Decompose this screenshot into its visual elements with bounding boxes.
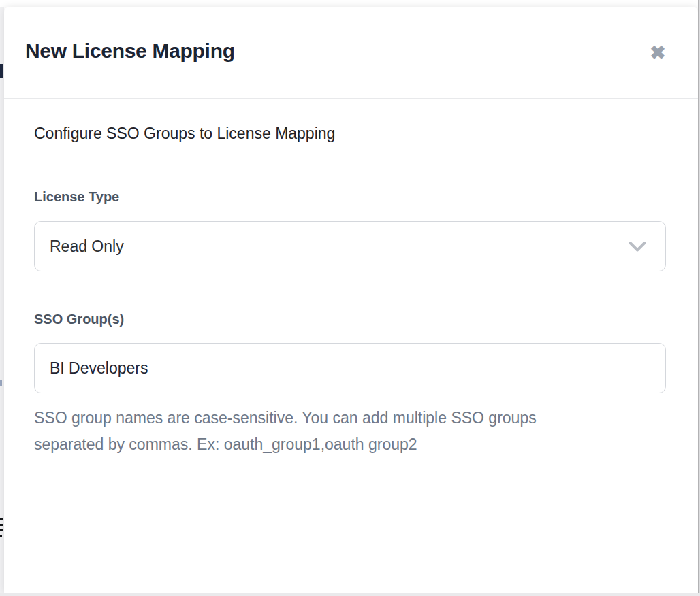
- modal-title: New License Mapping: [25, 39, 235, 63]
- background-clipped-content: [0, 529, 3, 531]
- background-clipped-content: [0, 535, 2, 537]
- chevron-down-icon: [629, 241, 646, 252]
- license-type-selected-value: Read Only: [50, 222, 124, 271]
- background-clipped-content: [0, 64, 3, 78]
- background-clipped-content: [0, 518, 3, 520]
- sso-groups-label: SSO Group(s): [34, 311, 124, 327]
- sso-groups-help-text: SSO group names are case-sensitive. You …: [34, 405, 603, 458]
- modal-header: New License Mapping ✖: [4, 7, 698, 99]
- background-bottom-strip: [0, 593, 700, 596]
- screen: New License Mapping ✖ Configure SSO Grou…: [0, 0, 700, 596]
- background-clipped-content: [0, 380, 2, 386]
- modal-description: Configure SSO Groups to License Mapping: [34, 124, 335, 143]
- close-icon[interactable]: ✖: [643, 38, 673, 68]
- license-type-label: License Type: [34, 188, 119, 205]
- license-type-select[interactable]: Read Only: [34, 221, 666, 271]
- background-clipped-content: [0, 524, 3, 526]
- new-license-mapping-modal: New License Mapping ✖ Configure SSO Grou…: [4, 7, 698, 593]
- sso-groups-input[interactable]: [34, 343, 666, 393]
